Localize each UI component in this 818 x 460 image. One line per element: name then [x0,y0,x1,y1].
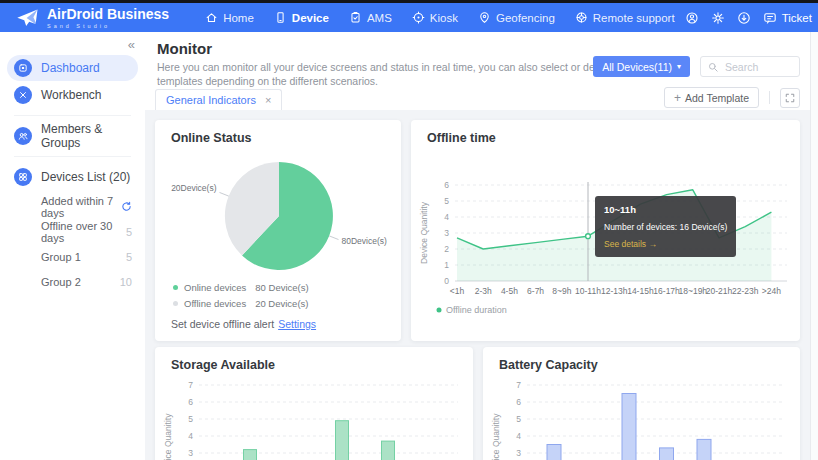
sidebar-item-dashboard[interactable]: Dashboard [7,55,138,81]
sidebar-item-workbench[interactable]: Workbench [7,82,138,108]
svg-text:20Device(s): 20Device(s) [171,183,217,193]
nav-item-label: Geofencing [496,12,555,24]
group-count: 5 [126,226,132,238]
sidebar-item-members-groups[interactable]: Members & Groups [7,123,138,149]
close-tab-icon[interactable]: × [265,94,271,106]
card-title: Battery Capacity [499,358,598,372]
plus-icon: + [674,92,681,104]
svg-text:10-11h: 10-11h [575,286,601,296]
nav-item-remote-support[interactable]: Remote support [565,3,685,32]
nav-item-ams[interactable]: AMS [339,3,402,32]
nav-item-home[interactable]: Home [195,3,264,32]
app-window: AirDroid Business Sand Studio HomeDevice… [0,0,818,460]
settings-gear-icon[interactable] [711,11,725,25]
device-group-group-1[interactable]: Group 15 [0,244,145,269]
caret-down-icon: ▾ [677,62,681,71]
device-icon [274,11,287,24]
svg-text:6: 6 [444,180,449,190]
sidebar: « DashboardWorkbenchMembers & GroupsDevi… [0,32,145,460]
card-title: Storage Available [171,358,275,372]
legend-offline-devices: Offline devices20 Device(s) [173,295,309,311]
offline-alert-footer: Set device offline alertSettings [171,318,316,330]
tab-actions: + Add Template [664,87,800,110]
svg-text:4: 4 [444,212,449,222]
svg-text:6-7h: 6-7h [527,286,544,296]
svg-text:12-13h: 12-13h [601,286,628,296]
legend-online-devices: Online devices80 Device(s) [173,279,309,295]
device-group-added-within-7-days[interactable]: Added within 7 days [0,194,145,219]
fullscreen-expand-icon[interactable] [780,88,800,108]
sidebar-item-label: Members & Groups [41,122,138,150]
brand-subtitle: Sand Studio [47,23,169,29]
svg-text:80Device(s): 80Device(s) [342,236,388,246]
settings-link[interactable]: Settings [278,318,316,330]
svg-text:2-3h: 2-3h [475,286,492,296]
sidebar-item-label: Devices List (20) [41,170,130,184]
svg-text:3: 3 [188,448,193,458]
search-input[interactable] [723,60,793,74]
device-group-offline-over-30-days[interactable]: Offline over 30 days5 [0,219,145,244]
nav-item-label: Device [292,12,329,24]
tab-general-indicators[interactable]: General Indicators × [155,89,282,110]
nav-item-geofencing[interactable]: Geofencing [468,3,565,32]
svg-text:16-17h: 16-17h [653,286,680,296]
legend-value: 20 Device(s) [255,298,308,309]
svg-text:8~9h: 8~9h [552,286,571,296]
nav-item-label: Home [223,12,254,24]
devices-list-icon [14,168,32,186]
airdroid-logo-icon [14,7,40,28]
svg-text:Device Quanitity: Device Quanitity [163,413,173,460]
page-header: Monitor Here you can monitor all your de… [145,32,810,88]
tab-bar: General Indicators × + Add Template [145,88,810,110]
nav-item-device[interactable]: Device [264,3,339,32]
support-agent-icon[interactable] [685,11,699,25]
dashboard-icon [14,59,32,77]
nav-item-label: Kiosk [430,12,458,24]
storage-available-card: Storage Available 01234567Device Quaniti… [155,347,473,460]
svg-text:22-23h: 22-23h [732,286,759,296]
kiosk-icon [412,11,425,24]
search-icon [708,62,718,72]
main-content: Monitor Here you can monitor all your de… [145,32,810,460]
group-label: Group 2 [41,276,81,288]
svg-text:5: 5 [516,414,521,424]
online-status-card: Online Status 80Device(s)20Device(s) Onl… [155,120,401,341]
remote-support-icon [575,11,588,24]
scrollbar-track[interactable] [810,32,818,460]
nav-item-kiosk[interactable]: Kiosk [402,3,468,32]
svg-text:4-5h: 4-5h [501,286,518,296]
svg-text:3: 3 [444,228,449,238]
ams-icon [349,11,362,24]
svg-text:4: 4 [516,431,521,441]
svg-text:0: 0 [444,276,449,286]
group-label: Offline over 30 days [41,220,126,244]
see-details-link[interactable]: See details → [604,239,727,249]
svg-text:5: 5 [444,196,449,206]
all-devices-dropdown[interactable]: All Devices(11) ▾ [593,56,690,77]
device-group-group-2[interactable]: Group 210 [0,269,145,294]
card-title: Offline time [427,131,496,145]
add-template-button[interactable]: + Add Template [664,87,759,108]
svg-text:Offline duration: Offline duration [446,305,507,315]
svg-text:1: 1 [444,260,449,270]
collapse-sidebar-icon[interactable]: « [128,37,135,52]
search-box[interactable] [700,56,800,77]
download-icon[interactable] [737,11,751,25]
sidebar-divider [14,156,131,157]
svg-text:>24h: >24h [762,286,781,296]
refresh-icon[interactable] [121,201,132,212]
svg-text:7: 7 [188,380,193,390]
sidebar-divider [14,115,131,116]
sidebar-item-devices-list-20[interactable]: Devices List (20) [7,164,138,190]
geofencing-icon [478,11,491,24]
legend-label: Offline devices [184,298,246,309]
toolbar-divider [769,91,770,104]
ticket-button[interactable]: Ticket [763,11,812,25]
members-groups-icon [14,127,32,145]
sidebar-item-label: Dashboard [41,61,100,75]
svg-text:20-21h: 20-21h [706,286,733,296]
brand-title: AirDroid Business [47,7,169,21]
offline-time-card: Offline time 0123456Device Quanitity<1h2… [411,120,800,341]
tooltip-body: Number of devices: 16 Device(s) [604,222,727,232]
brand-logo[interactable]: AirDroid Business Sand Studio [14,7,169,29]
